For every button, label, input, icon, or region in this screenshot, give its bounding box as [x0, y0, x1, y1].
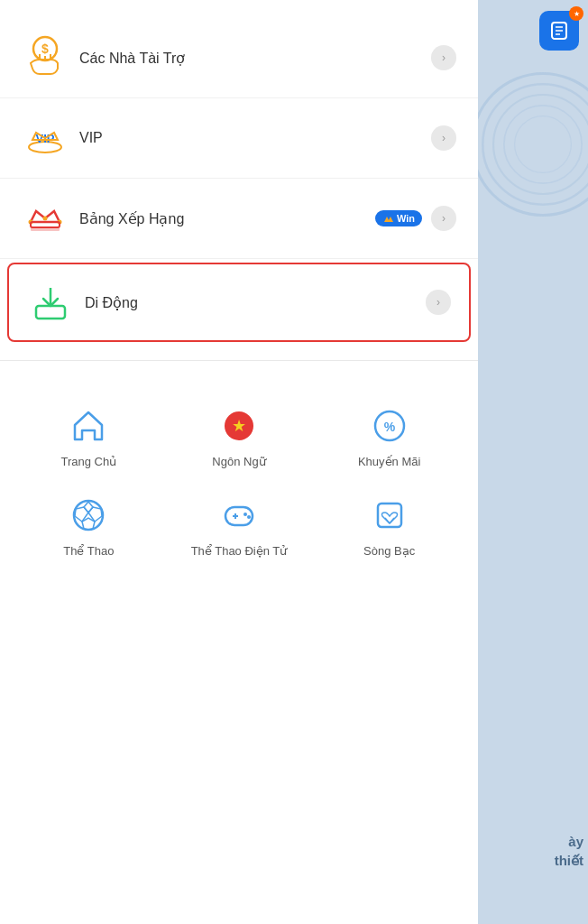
svg-point-22: [243, 513, 247, 516]
bottom-nav: Trang Chủ ★ Ngôn Ngữ %: [0, 379, 478, 585]
chevron-right-icon-1: ›: [431, 125, 456, 151]
vip-icon: VIP: [22, 115, 69, 162]
menu-item-di-dong[interactable]: Di Động ›: [7, 263, 471, 342]
left-panel: $ Các Nhà Tài Trợ › VIP: [0, 0, 478, 924]
svg-text:%: %: [383, 420, 395, 434]
nav-item-trang-chu-label: Trang Chủ: [60, 455, 116, 470]
menu-item-vip-label: VIP: [79, 130, 431, 146]
casino-icon: [368, 494, 411, 537]
menu-item-bang-xep-hang-label: Bảng Xếp Hạng: [79, 210, 375, 227]
ranking-icon: [22, 195, 69, 242]
win-badge: Win: [375, 210, 422, 226]
svg-rect-10: [31, 222, 60, 227]
svg-text:$: $: [41, 42, 49, 56]
nav-item-song-bac-label: Sòng Bạc: [363, 544, 415, 559]
right-panel-bottom-text: ày thiết: [555, 832, 583, 870]
section-divider: [0, 360, 478, 361]
sports-icon: [67, 494, 110, 537]
svg-text:★: ★: [232, 417, 246, 435]
app-icon-container[interactable]: ★: [539, 11, 579, 51]
nav-item-ngon-ngu[interactable]: ★ Ngôn Ngữ: [169, 397, 310, 477]
sponsor-icon: $: [22, 34, 69, 81]
fingerprint-decoration: [478, 72, 588, 217]
chevron-right-icon-3: ›: [426, 290, 451, 315]
menu-item-cac-nha-tai-tro-label: Các Nhà Tài Trợ: [79, 50, 431, 67]
right-panel: ★ ày thiết: [478, 0, 588, 924]
esports-icon: [217, 494, 261, 537]
nav-item-khuyen-mai[interactable]: % Khuyến Mãi: [318, 397, 460, 477]
menu-item-bang-xep-hang[interactable]: Bảng Xếp Hạng Win ›: [0, 179, 478, 259]
chevron-right-icon-2: ›: [431, 206, 456, 231]
home-icon: [67, 404, 110, 448]
menu-item-cac-nha-tai-tro[interactable]: $ Các Nhà Tài Trợ ›: [0, 18, 478, 98]
nav-item-the-thao-dien-tu[interactable]: Thể Thao Điện Tử: [169, 486, 310, 567]
nav-item-ngon-ngu-label: Ngôn Ngữ: [212, 455, 265, 470]
mobile-icon: [27, 279, 74, 326]
menu-item-vip[interactable]: VIP VIP ›: [0, 98, 478, 179]
nav-item-the-thao-dien-tu-label: Thể Thao Điện Tử: [191, 544, 288, 559]
svg-point-8: [43, 217, 48, 221]
nav-grid: Trang Chủ ★ Ngôn Ngữ %: [0, 388, 478, 576]
chevron-right-icon-0: ›: [431, 45, 456, 70]
nav-item-song-bac[interactable]: Sòng Bạc: [318, 486, 460, 567]
nav-item-the-thao[interactable]: Thể Thao: [18, 486, 160, 567]
language-icon: ★: [217, 404, 261, 448]
nav-item-trang-chu[interactable]: Trang Chủ: [18, 397, 160, 477]
svg-point-18: [74, 501, 103, 530]
app-icon[interactable]: ★: [539, 11, 579, 51]
nav-item-the-thao-label: Thể Thao: [63, 544, 114, 559]
svg-point-23: [247, 515, 251, 519]
nav-item-khuyen-mai-label: Khuyến Mãi: [358, 455, 420, 470]
svg-rect-12: [36, 306, 65, 319]
menu-list: $ Các Nhà Tài Trợ › VIP: [0, 0, 478, 342]
promo-icon: %: [368, 404, 411, 448]
app-badge: ★: [569, 6, 583, 21]
svg-rect-11: [31, 227, 60, 231]
menu-item-di-dong-label: Di Động: [85, 294, 426, 311]
